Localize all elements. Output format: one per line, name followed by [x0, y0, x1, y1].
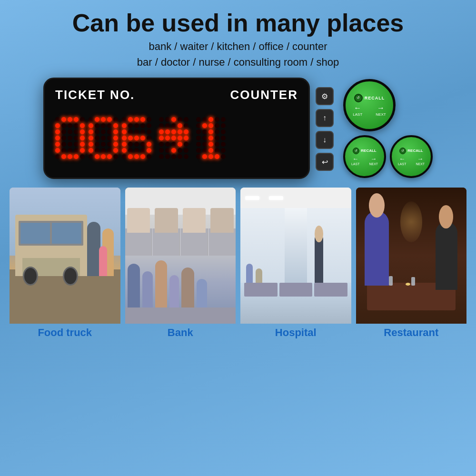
gallery-item-restaurant: Restaurant	[356, 188, 467, 340]
remotes-row: ↺ RECALL ← LAST → NEXT	[343, 135, 433, 178]
main-container: Can be used in many places bank / waiter…	[0, 0, 476, 476]
restaurant-image	[356, 188, 467, 324]
led-digit-0	[55, 117, 85, 159]
main-title: Can be used in many places	[72, 10, 404, 37]
settings-button[interactable]: ⚙	[316, 87, 334, 105]
remote-large[interactable]: ↺ RECALL ← LAST → NEXT	[343, 79, 396, 131]
restaurant-label: Restaurant	[356, 324, 467, 340]
last-sm-1: LAST	[351, 162, 360, 166]
food-truck-label: Food truck	[10, 324, 120, 340]
side-buttons: ⚙ ↑ ↓ ↩	[316, 87, 334, 171]
led-digit-1	[89, 117, 118, 159]
gallery-item-food-truck: Food truck	[10, 188, 120, 340]
gallery-item-hospital: Hospital	[240, 188, 351, 340]
bank-label: Bank	[125, 324, 236, 340]
gallery-item-bank: Bank	[125, 188, 236, 340]
next-sm-2: NEXT	[416, 162, 425, 166]
down-button[interactable]: ↓	[316, 131, 334, 149]
subtitle: bank / waiter / kitchen / office / count…	[137, 39, 339, 70]
counter-label: COUNTER	[230, 88, 298, 102]
recall-label-sm-1: RECALL	[361, 149, 376, 153]
led-arrow	[155, 117, 192, 159]
display-unit: TICKET NO. COUNTER	[43, 78, 310, 179]
subtitle-line2: bar / doctor / nurse / consulting room /…	[137, 54, 339, 70]
bank-image	[125, 188, 236, 324]
hospital-image	[240, 188, 351, 324]
remote-sm-bottom-1: ← LAST → NEXT	[351, 155, 378, 166]
display-header: TICKET NO. COUNTER	[55, 88, 298, 102]
device-area: TICKET NO. COUNTER	[10, 78, 466, 179]
ticket-label: TICKET NO.	[55, 88, 135, 102]
remote-sm-bottom-2: ← LAST → NEXT	[398, 155, 425, 166]
remote-small-2[interactable]: ↺ RECALL ← LAST → NEXT	[390, 135, 433, 178]
back-button[interactable]: ↩	[316, 153, 334, 171]
display-wrapper: TICKET NO. COUNTER	[43, 78, 310, 179]
recall-icon: ↺	[354, 94, 363, 102]
food-truck-image	[10, 188, 120, 324]
last-label: LAST	[353, 112, 362, 117]
remote-small-1[interactable]: ↺ RECALL ← LAST → NEXT	[343, 135, 386, 178]
recall-icon-sm-2: ↺	[399, 148, 406, 154]
subtitle-line1: bank / waiter / kitchen / office / count…	[137, 39, 339, 54]
last-sm-2: LAST	[398, 162, 407, 166]
hospital-label: Hospital	[240, 324, 351, 340]
led-digit-3	[196, 117, 226, 159]
remotes-area: ↺ RECALL ← LAST → NEXT	[343, 79, 433, 178]
next-label: NEXT	[376, 112, 386, 117]
led-digit-2	[122, 117, 151, 159]
remote-bottom: ← LAST → NEXT	[353, 104, 386, 117]
recall-label-sm-2: RECALL	[407, 149, 423, 153]
up-button[interactable]: ↑	[316, 109, 334, 127]
gallery: Food truck	[10, 188, 466, 340]
led-display	[55, 107, 298, 169]
recall-icon-sm-1: ↺	[353, 148, 359, 154]
next-sm-1: NEXT	[369, 162, 378, 166]
recall-label: RECALL	[365, 96, 385, 100]
